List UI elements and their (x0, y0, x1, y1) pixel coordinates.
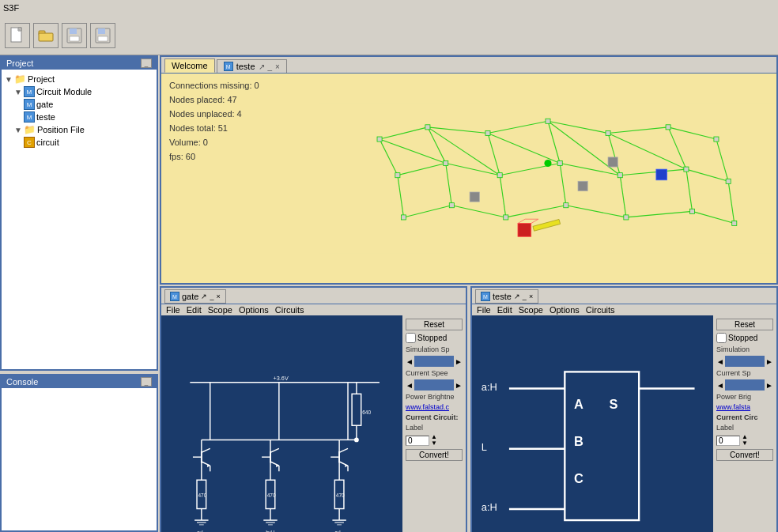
teste-label-input[interactable] (716, 436, 740, 446)
gate-sim-speed-slider[interactable]: ◄ ► (406, 356, 463, 367)
module-icon-gate: M (24, 99, 35, 110)
tab-teste-close[interactable]: × (275, 62, 280, 71)
gate-minimize-btn[interactable]: _ (210, 292, 213, 300)
console-content (2, 388, 157, 530)
gate-circuit-svg: +3.6V 640 (161, 315, 402, 532)
teste-curr-left[interactable]: ◄ (716, 381, 724, 390)
gate-menu-circuits[interactable]: Circuits (274, 305, 306, 315)
teste-curr-track[interactable] (725, 379, 765, 391)
save-as-button[interactable] (62, 23, 87, 48)
svg-rect-4 (39, 33, 53, 41)
svg-rect-52 (546, 119, 550, 123)
gate-label-input-row: ▲ ▼ (406, 434, 463, 447)
module-icon-cm: M (24, 86, 35, 97)
teste-link[interactable]: www.falsta (716, 403, 773, 411)
gate-label-down[interactable]: ▼ (431, 440, 437, 447)
gate-speed-left[interactable]: ◄ (406, 357, 414, 366)
teste-current-speed-slider[interactable]: ◄ ► (716, 379, 773, 391)
gate-circuit-canvas[interactable]: +3.6V 640 (161, 315, 402, 532)
teste-convert-button[interactable]: Convert! (716, 449, 773, 461)
teste-menu-scope[interactable]: Scope (517, 305, 545, 315)
gate-restore-btn[interactable]: ↗ (201, 292, 207, 300)
svg-rect-141 (472, 316, 713, 532)
gate-label-input[interactable] (406, 436, 429, 446)
circuit-icon: C (24, 137, 35, 148)
new-button[interactable] (5, 23, 30, 48)
gate-curr-left[interactable]: ◄ (406, 381, 414, 390)
svg-text:470: 470 (267, 492, 276, 498)
svg-text:470: 470 (336, 492, 345, 498)
teste-speed-right[interactable]: ► (765, 357, 773, 366)
project-panel: Project _ ▼ 📁 Project ▼ M Circuit Module (0, 55, 158, 371)
teste-sim-speed-slider[interactable]: ◄ ► (716, 356, 773, 367)
teste-circuit-canvas[interactable]: a:H L a:H A (472, 315, 713, 532)
gate-reset-button[interactable]: Reset (406, 319, 463, 330)
tree-item-gate[interactable]: M gate (5, 98, 153, 111)
svg-text:A: A (574, 397, 584, 411)
teste-close-btn[interactable]: × (529, 292, 533, 300)
tab-teste-minimize[interactable]: _ (268, 62, 273, 71)
gate-tab[interactable]: M gate ↗ _ × (164, 289, 226, 304)
teste-reset-button[interactable]: Reset (716, 319, 773, 330)
svg-rect-68 (689, 209, 694, 213)
teste-restore-btn[interactable]: ↗ (514, 292, 520, 300)
console-minimize-button[interactable]: _ (141, 377, 152, 387)
tree-item-circuit-module[interactable]: ▼ M Circuit Module (5, 85, 153, 98)
gate-speed-track[interactable] (414, 356, 454, 367)
gate-menu-edit[interactable]: Edit (185, 305, 203, 315)
teste-menu-edit[interactable]: Edit (496, 305, 514, 315)
module-icon-teste: M (24, 111, 35, 123)
open-button[interactable] (33, 23, 59, 48)
tree-item-circuit[interactable]: C circuit (5, 136, 153, 149)
tab-welcome[interactable]: Welcome (164, 58, 215, 73)
tree-item-project[interactable]: ▼ 📁 Project (5, 73, 153, 85)
gate-menu-file[interactable]: File (164, 305, 182, 315)
teste-menu-options[interactable]: Options (548, 305, 581, 315)
teste-menu-circuits[interactable]: Circuits (584, 305, 617, 315)
gate-sim-speed-label: Simulation Sp (406, 345, 463, 353)
gate-convert-button[interactable]: Convert! (406, 449, 463, 461)
save-button[interactable] (90, 23, 115, 48)
tree-label-circuit: circuit (36, 138, 59, 147)
gate-menu-options[interactable]: Options (237, 305, 270, 315)
project-tree: ▼ 📁 Project ▼ M Circuit Module M gate (2, 70, 157, 369)
svg-text:a:H: a:H (482, 501, 497, 513)
teste-label-down[interactable]: ▼ (742, 440, 748, 447)
gate-link[interactable]: www.falstad.c (406, 403, 463, 411)
svg-text:L: L (482, 441, 487, 453)
teste-curr-right[interactable]: ► (765, 381, 773, 390)
teste-stopped-checkbox[interactable]: Stopped (716, 333, 773, 343)
gate-menu-scope[interactable]: Scope (206, 305, 234, 315)
teste-stopped-check[interactable] (716, 333, 727, 343)
teste-speed-left[interactable]: ◄ (716, 357, 724, 366)
teste-speed-track[interactable] (725, 356, 765, 367)
gate-close-btn[interactable]: × (216, 292, 220, 300)
tab-teste-restore[interactable]: ↗ (259, 62, 265, 71)
tree-item-teste[interactable]: M teste (5, 111, 153, 123)
svg-rect-61 (684, 167, 689, 172)
gate-stopped-checkbox[interactable]: Stopped (406, 333, 463, 343)
teste-minimize-btn[interactable]: _ (523, 292, 527, 300)
gate-speed-right[interactable]: ► (455, 357, 463, 366)
teste-tab[interactable]: M teste ↗ _ × (475, 289, 538, 304)
svg-text:S: S (610, 397, 618, 411)
svg-rect-57 (444, 160, 448, 165)
svg-rect-55 (714, 137, 719, 141)
svg-rect-65 (504, 215, 508, 220)
tree-item-position-file[interactable]: ▼ 📁 Position File (5, 123, 153, 136)
gate-current-speed-slider[interactable]: ◄ ► (406, 379, 463, 391)
teste-menu-file[interactable]: File (475, 305, 493, 315)
svg-text:C: C (574, 471, 584, 485)
expand-icon[interactable]: ▼ (5, 75, 13, 84)
expand-icon-3[interactable]: ▼ (14, 126, 22, 134)
3d-circuit-view[interactable] (319, 74, 776, 283)
gate-stopped-check[interactable] (406, 333, 416, 343)
gate-curr-right[interactable]: ► (455, 381, 463, 390)
expand-icon-2[interactable]: ▼ (14, 88, 22, 96)
tab-teste[interactable]: M teste ↗ _ × (217, 59, 287, 73)
svg-rect-6 (70, 28, 77, 34)
gate-label-label: Label (406, 424, 463, 432)
gate-curr-track[interactable] (414, 379, 454, 391)
teste-menu-bar: File Edit Scope Options Circuits (472, 304, 776, 315)
project-minimize-button[interactable]: _ (141, 58, 152, 68)
